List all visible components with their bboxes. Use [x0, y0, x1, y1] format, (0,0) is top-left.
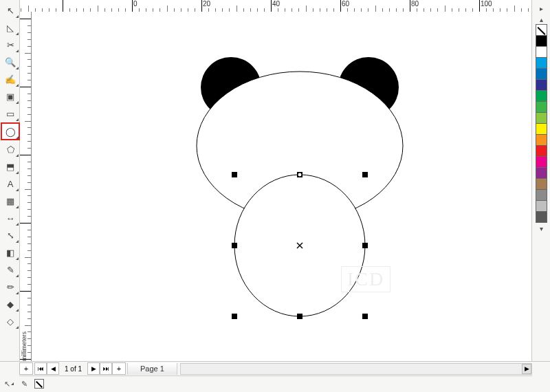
- prev-page-button[interactable]: ◀: [47, 362, 59, 375]
- color-swatch-fff200[interactable]: [536, 123, 547, 135]
- svg-rect-0: [232, 172, 237, 177]
- plus-icon: +: [117, 364, 121, 373]
- color-swatch-00a0e3[interactable]: [536, 57, 547, 69]
- flyout-arrow-icon: [16, 188, 19, 191]
- flyout-arrow-icon: [16, 257, 19, 260]
- svg-point-10: [298, 173, 302, 177]
- shape-tool-icon: ◺: [7, 23, 14, 33]
- color-swatch-92278f[interactable]: [536, 167, 547, 179]
- basic-shapes-tool[interactable]: ⬒: [1, 158, 19, 175]
- status-bar: ↖ ✎: [0, 377, 550, 391]
- flyout-arrow-icon: [16, 240, 19, 243]
- palette-scroll-down-button[interactable]: ▾: [535, 223, 547, 234]
- ruler-horizontal[interactable]: 02040608010012014: [19, 0, 532, 12]
- outline-tool[interactable]: ✏: [1, 279, 19, 295]
- eyedropper-tool[interactable]: ✎: [1, 261, 19, 278]
- ruler-units-label: millimeters: [21, 331, 28, 361]
- svg-rect-5: [232, 314, 237, 319]
- flyout-arrow-icon: [16, 101, 19, 104]
- last-page-button[interactable]: ⏭: [100, 362, 112, 375]
- ruler-tick-label: 20: [203, 0, 210, 8]
- color-swatch-0072bc[interactable]: [536, 68, 547, 80]
- fill-none-indicator[interactable]: [33, 378, 45, 389]
- crop-tool[interactable]: ✂: [1, 36, 19, 53]
- pick-tool[interactable]: ↖: [1, 2, 19, 19]
- fill-tool[interactable]: ◆: [1, 296, 19, 312]
- flyout-arrow-icon: [16, 223, 19, 226]
- shape-tool[interactable]: ◺: [1, 19, 19, 36]
- dimension-tool[interactable]: ↔: [1, 210, 19, 226]
- page-counter[interactable]: 1 of 1: [59, 365, 87, 373]
- flyout-arrow-icon: [16, 292, 19, 294]
- color-swatch-f7941e[interactable]: [536, 134, 547, 146]
- effects-tool[interactable]: ◧: [1, 244, 19, 261]
- eyedropper-tool-icon: ✎: [7, 265, 14, 275]
- ruler-vertical[interactable]: 280260240220200180: [19, 12, 32, 362]
- flyout-arrow-icon: [16, 309, 19, 312]
- rectangle-tool-icon: ▭: [6, 109, 14, 119]
- connector-tool[interactable]: ⤡: [1, 227, 19, 243]
- flyout-arrow-icon: [16, 32, 19, 35]
- color-swatch-8dc63f[interactable]: [536, 112, 547, 124]
- scroll-right-button[interactable]: ▶: [522, 364, 531, 374]
- color-palette: ▸ ▴ ▾: [531, 0, 550, 362]
- effects-tool-icon: ◧: [6, 248, 14, 258]
- polygon-tool-icon: ⬠: [7, 144, 14, 155]
- color-swatch-a67c52[interactable]: [536, 178, 547, 190]
- zoom-tool-icon: 🔍: [5, 57, 16, 67]
- table-tool[interactable]: ▦: [1, 193, 19, 209]
- page-tab-1[interactable]: Page 1: [127, 363, 177, 375]
- flyout-arrow-icon: [16, 67, 19, 69]
- color-swatch-bfbfbf[interactable]: [536, 200, 547, 212]
- palette-flyout-button[interactable]: ▸: [535, 3, 547, 14]
- flyout-arrow-icon: [16, 15, 19, 18]
- outline-tool-icon: ✏: [7, 282, 14, 292]
- drawing-canvas[interactable]: ICD: [32, 12, 532, 362]
- zoom-tool[interactable]: 🔍: [1, 54, 19, 70]
- ruler-tick-label: 80: [411, 0, 419, 8]
- color-swatch-595959[interactable]: [536, 211, 547, 223]
- polygon-tool[interactable]: ⬠: [1, 141, 19, 157]
- color-swatch-ffffff[interactable]: [536, 46, 547, 58]
- palette-scroll-up-button[interactable]: ▴: [535, 14, 547, 25]
- add-page-after-button[interactable]: +: [112, 362, 126, 375]
- toolbox: ↖◺✂🔍✍▣▭◯⬠⬒A▦↔⤡◧✎✏◆◇: [0, 0, 20, 362]
- freehand-tool-icon: ✍: [5, 74, 16, 85]
- ruler-tick-label: 40: [272, 0, 280, 8]
- flyout-arrow-icon: [16, 84, 19, 87]
- freehand-tool[interactable]: ✍: [1, 71, 19, 87]
- color-swatch-2e3192[interactable]: [536, 79, 547, 91]
- rectangle-tool[interactable]: ▭: [1, 105, 19, 122]
- cursor-tool-icon[interactable]: ↖: [3, 378, 15, 389]
- brush-tool-icon[interactable]: ✎: [18, 378, 30, 389]
- horizontal-scrollbar[interactable]: ▶: [180, 363, 532, 375]
- svg-rect-3: [232, 243, 237, 248]
- text-tool[interactable]: A: [1, 175, 19, 192]
- next-page-button[interactable]: ▶: [87, 362, 100, 375]
- text-tool-icon: A: [8, 179, 14, 189]
- page-navigator: + ⏮ ◀ 1 of 1 ▶ ⏭ + Page 1 ▶: [19, 362, 532, 376]
- color-swatch-000000[interactable]: [536, 35, 547, 47]
- basic-shapes-tool-icon: ⬒: [6, 162, 14, 172]
- color-swatch-ec008c[interactable]: [536, 156, 547, 168]
- color-swatch-39b54a[interactable]: [536, 101, 547, 113]
- smart-fill-tool[interactable]: ▣: [1, 88, 19, 105]
- first-page-button[interactable]: ⏮: [34, 362, 47, 375]
- ruler-tick-label: 100: [481, 0, 492, 8]
- interactive-fill-tool[interactable]: ◇: [1, 313, 19, 329]
- color-swatch-8a8a8a[interactable]: [536, 189, 547, 201]
- no-fill-icon: [34, 379, 44, 389]
- plus-icon: +: [24, 364, 28, 373]
- ruler-tick-label: 60: [342, 0, 349, 8]
- crop-tool-icon: ✂: [7, 40, 14, 50]
- ellipse-tool[interactable]: ◯: [1, 122, 20, 140]
- color-swatch-ed1c24[interactable]: [536, 145, 547, 157]
- dimension-tool-icon: ↔: [6, 213, 15, 224]
- watermark-text: ICD: [341, 266, 390, 292]
- add-page-before-button[interactable]: +: [19, 362, 33, 375]
- flyout-arrow-icon: [16, 50, 19, 52]
- color-swatch-none[interactable]: [536, 24, 547, 36]
- color-swatch-00a651[interactable]: [536, 90, 547, 102]
- pick-tool-icon: ↖: [7, 6, 14, 16]
- flyout-arrow-icon: [16, 171, 19, 174]
